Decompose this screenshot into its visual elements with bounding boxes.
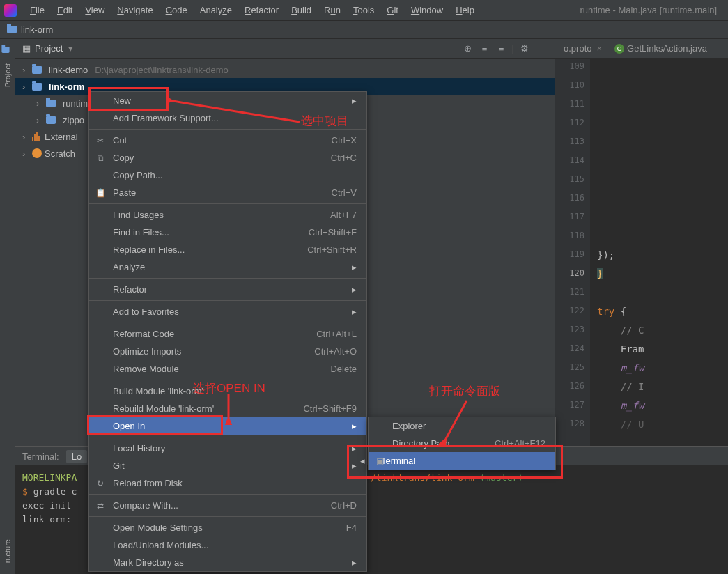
tree-label: zippo [63,115,84,125]
open-in-submenu[interactable]: ExplorerDirectory PathCtrl+Alt+F12◂▣Term… [368,417,556,470]
context-menu-item[interactable]: ◂▣Terminal [369,452,555,470]
menu-edit[interactable]: Edit [51,5,79,15]
context-menu-item[interactable]: Git▸ [89,457,366,474]
expand-arrow-icon[interactable]: › [22,132,29,142]
menu-git[interactable]: Git [380,5,405,15]
context-menu-item[interactable]: Reformat CodeCtrl+Alt+L [89,325,366,343]
library-icon [32,132,42,141]
menu-view[interactable]: View [79,5,111,15]
menu-run[interactable]: Run [318,5,347,15]
menu-file[interactable]: File [24,5,51,15]
menu-item-label: Open In [113,421,145,431]
menu-refactor[interactable]: Refactor [238,5,285,15]
menu-item-label: Find Usages [113,210,164,220]
shortcut-text: Ctrl+Shift+F [309,227,357,238]
context-menu-item[interactable]: Remove ModuleDelete [89,360,366,378]
menu-separator [89,323,366,323]
gear-icon[interactable]: ⚙ [518,42,531,55]
left-tool-gutter: Project ructure [0,39,15,574]
menu-code[interactable]: Code [160,5,194,15]
context-menu-item[interactable]: Local History▸ [89,440,366,457]
menu-tools[interactable]: Tools [347,5,380,15]
menu-item-label: Reload from Disk [113,478,183,488]
submenu-arrow-icon: ▸ [352,307,357,317]
gutter-tab-structure[interactable]: ructure [2,535,13,567]
context-menu-item[interactable]: New▸ [89,92,366,109]
menu-separator [89,494,366,495]
shortcut-text: Alt+F7 [330,210,357,220]
context-menu-item[interactable]: Copy Path... [89,166,366,184]
context-menu-item[interactable]: Open Module SettingsF4 [89,519,366,536]
folder-icon [32,83,42,91]
context-menu-item[interactable]: ⇄Compare With...Ctrl+D [89,497,366,514]
paste-icon: 📋 [95,187,106,199]
menu-item-label: New [113,95,131,106]
menu-build[interactable]: Build [285,5,318,15]
menu-help[interactable]: Help [449,5,481,15]
folder-icon [32,66,42,74]
menu-item-label: Cut [113,135,127,146]
minimize-icon[interactable]: — [535,42,548,55]
context-menu-item[interactable]: Replace in Files...Ctrl+Shift+R [89,241,366,258]
context-menu-item[interactable]: ↻Reload from Disk [89,474,366,492]
context-menu-item[interactable]: Mark Directory as▸ [89,554,366,571]
tab-proto[interactable]: o.proto× [558,41,607,56]
tab-getlinksaction[interactable]: C GetLinksAction.java [609,41,713,56]
folder-icon [46,100,56,107]
context-menu-item[interactable]: Open In▸ [89,417,366,435]
context-menu-item[interactable]: Refactor▸ [89,281,366,298]
menu-item-label: Open Module Settings [113,522,203,533]
menu-item-label: Build Module 'link-orm' [113,386,203,396]
expand-arrow-icon[interactable]: › [36,98,43,109]
menu-item-label: Optimize Imports [113,346,181,357]
context-menu-item[interactable]: ✂CutCtrl+X [89,132,366,149]
tree-label: link-demo [49,65,88,75]
expand-arrow-icon[interactable]: › [36,115,43,125]
expand-arrow-icon[interactable]: › [22,65,29,75]
context-menu-item[interactable]: Load/Unload Modules... [89,536,366,554]
context-menu-item[interactable]: Find in Files...Ctrl+Shift+F [89,224,366,241]
project-panel-title[interactable]: Project [35,43,63,54]
menu-navigate[interactable]: Navigate [111,5,159,15]
submenu-arrow-icon: ▸ [352,557,357,568]
submenu-arrow-icon: ▸ [352,262,357,272]
close-icon[interactable]: × [596,43,602,54]
submenu-arrow-icon: ▸ [352,443,357,453]
menu-item-label: Remove Module [113,364,179,374]
expand-arrow-icon[interactable]: › [22,82,29,92]
expand-arrow-icon[interactable]: › [22,148,29,159]
gutter-tab-project[interactable]: Project [2,59,13,91]
context-menu-item[interactable]: Rebuild Module 'link-orm'Ctrl+Shift+F9 [89,400,366,417]
breadcrumb-text[interactable]: link-orm [21,24,53,35]
menu-window[interactable]: Window [405,5,449,15]
context-menu-item[interactable]: Directory PathCtrl+Alt+F12 [369,435,555,452]
menu-analyze[interactable]: Analyze [194,5,238,15]
window-title: runtime - Main.java [runtime.main] [580,5,724,15]
tree-path: D:\javaproject\linktrans\link-demo [95,65,228,75]
terminal-label: Terminal: [22,451,59,462]
context-menu-item[interactable]: Optimize ImportsCtrl+Alt+O [89,343,366,360]
menu-item-label: Add to Favorites [113,307,179,317]
shortcut-text: Ctrl+Alt+O [314,346,357,357]
menu-item-label: Rebuild Module 'link-orm' [113,403,214,414]
context-menu-item[interactable]: Find UsagesAlt+F7 [89,206,366,224]
submenu-arrow-icon: ▸ [352,421,357,431]
context-menu-item[interactable]: 📋PasteCtrl+V [89,184,366,201]
context-menu-item[interactable]: Explorer [369,417,555,435]
context-menu-item[interactable]: ⧉CopyCtrl+C [89,149,366,166]
shortcut-text: Ctrl+V [332,187,357,198]
terminal-tab[interactable]: Lo [66,450,87,463]
context-menu-item[interactable]: Analyze▸ [89,258,366,276]
tree-label: Scratch [45,148,75,159]
chevron-down-icon[interactable]: ▾ [68,43,73,54]
context-menu[interactable]: New▸Add Framework Support...✂CutCtrl+X⧉C… [88,91,367,572]
expand-icon[interactable]: ≡ [495,42,508,55]
tree-row[interactable]: ›link-demoD:\javaproject\linktrans\link-… [15,61,555,78]
menu-separator [89,437,366,437]
project-icon[interactable] [1,47,9,53]
menu-item-label: Load/Unload Modules... [113,540,208,550]
target-icon[interactable]: ⊕ [462,42,474,55]
context-menu-item[interactable]: Add to Favorites▸ [89,303,366,320]
collapse-icon[interactable]: ≡ [479,42,491,55]
shortcut-text: Delete [330,364,357,374]
